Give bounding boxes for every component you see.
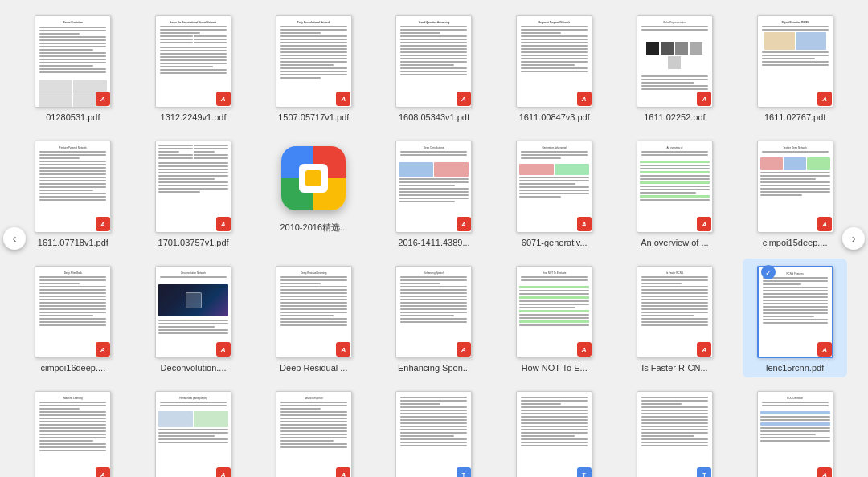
pdf-badge: A — [457, 217, 471, 231]
file-item[interactable]: Deep Residual Learning A Deep Residual .… — [261, 259, 366, 377]
pdf-badge: A — [216, 342, 231, 357]
file-item[interactable]: T nips2013.txt — [382, 384, 486, 477]
pdf-badge: A — [817, 217, 832, 231]
file-item[interactable]: An overview of A An — [622, 133, 727, 252]
file-item[interactable]: Deconvolution Network A Deconvolution...… — [141, 259, 246, 377]
file-name: 6071-generativ... — [522, 238, 588, 247]
file-name: 1611.02767.pdf — [764, 112, 825, 122]
file-item[interactable]: Feature Pyramid Network A 1611.07718v1.p… — [21, 133, 125, 252]
file-item[interactable]: Deep Filter Bank A cimpoi16deep.... — [21, 259, 125, 377]
pdf-badge: A — [817, 342, 832, 357]
file-name: 1608.05343v1.pdf — [399, 112, 469, 122]
file-name: lenc15rcnn.pdf — [766, 363, 824, 373]
file-item[interactable]: Texture Deep Network A — [743, 133, 847, 252]
file-item[interactable]: Hierarchical game playing A nature20101(… — [141, 384, 246, 477]
pdf-badge: A — [96, 92, 110, 106]
file-item[interactable]: Color Representation A — [622, 8, 727, 127]
file-item[interactable]: Fully Convolutional Network A 1507.05717… — [261, 8, 366, 127]
pdf-badge: A — [216, 92, 231, 106]
pdf-badge: A — [96, 342, 110, 357]
file-item[interactable]: Deep Convolutional A 2016-141 — [382, 133, 486, 252]
file-name: cimpoi16deep.... — [40, 363, 105, 373]
txt-badge: T — [697, 467, 711, 477]
file-name: 1611.00847v3.pdf — [519, 112, 590, 122]
file-name: 1611.02252.pdf — [644, 112, 705, 122]
file-item[interactable]: T nips2015.txt — [622, 384, 727, 477]
pdf-badge: A — [697, 342, 711, 357]
file-name: 1701.03757v1.pdf — [158, 238, 229, 247]
file-name: An overview of ... — [641, 238, 708, 247]
pdf-badge: A — [336, 342, 350, 357]
pdf-badge: A — [336, 467, 350, 477]
pdf-badge: A — [577, 217, 592, 231]
pdf-badge: A — [336, 92, 350, 106]
file-item[interactable]: Dense Prediction A — [21, 8, 125, 127]
pdf-badge: A — [577, 342, 592, 357]
pdf-badge: A — [457, 342, 471, 357]
chevron-right-icon: › — [852, 232, 856, 245]
file-name: 1312.2249v1.pdf — [161, 112, 227, 122]
file-item[interactable]: Is Faster RCNN A Is Faster R-CN... — [622, 259, 727, 377]
chevron-left-icon: ‹ — [13, 232, 17, 245]
txt-badge: T — [577, 467, 592, 477]
file-name: cimpoi15deep.... — [763, 238, 828, 247]
file-item[interactable]: Segment Proposal Network A 1611.00847v3.… — [502, 8, 607, 127]
file-name: 01280531.pdf — [46, 112, 100, 122]
file-item[interactable]: Generative Adversarial A 6071 — [502, 133, 607, 252]
file-item[interactable]: Visual Question Answering A 1608.05343v1… — [382, 8, 486, 127]
file-item[interactable]: Machine Learning A nature17439.pdf — [21, 384, 125, 477]
file-name: 1611.07718v1.pdf — [38, 238, 108, 247]
file-name: 1507.05717v1.pdf — [278, 112, 349, 122]
pdf-badge: A — [216, 467, 231, 477]
pdf-badge: A — [577, 92, 592, 106]
file-item[interactable]: Enhancing Speech A Enhancing Spon... — [382, 259, 486, 377]
file-name: 2016-1411.4389... — [398, 238, 469, 247]
txt-badge: T — [457, 467, 471, 477]
pdf-badge: A — [96, 467, 110, 477]
pdf-badge: A — [216, 217, 231, 231]
file-item[interactable]: T nips2014.txt — [502, 384, 607, 477]
pdf-badge: A — [697, 92, 711, 106]
file-item[interactable]: Object Detection RCNN A 1611.02767.pdf — [743, 8, 847, 127]
nav-arrow-left[interactable]: ‹ — [3, 227, 26, 250]
file-name: Is Faster R-CN... — [641, 363, 708, 373]
file-item[interactable]: How NOT To Evaluate A — [502, 259, 607, 377]
file-item[interactable]: NOC Detection A NOC.pdf — [743, 384, 847, 477]
selected-check: ✓ — [761, 265, 776, 279]
file-name: How NOT To E... — [522, 363, 588, 373]
pdf-badge: A — [96, 217, 110, 231]
pdf-badge: A — [457, 92, 471, 106]
file-grid: Dense Prediction A — [0, 0, 868, 477]
pdf-badge: A — [817, 92, 832, 106]
file-item[interactable]: Neural Response A Neural Respon.... — [261, 384, 366, 477]
file-item-selected[interactable]: ✓ RCNN Features A lenc15rcnn.pdf — [743, 259, 847, 377]
file-item[interactable]: Learn the Convolutional Neural Network A… — [141, 8, 246, 127]
file-item[interactable]: A 1701.03757v1.pdf — [141, 133, 246, 252]
nav-arrow-right[interactable]: › — [842, 227, 865, 250]
pdf-badge: A — [697, 217, 711, 231]
file-item[interactable]: 2010-2016精选... — [261, 133, 366, 252]
file-name: 2010-2016精选... — [280, 222, 347, 234]
file-name: Enhancing Spon... — [398, 363, 470, 373]
pdf-badge: A — [817, 467, 832, 477]
file-name: Deconvolution.... — [161, 363, 227, 373]
file-name: Deep Residual ... — [280, 363, 347, 373]
